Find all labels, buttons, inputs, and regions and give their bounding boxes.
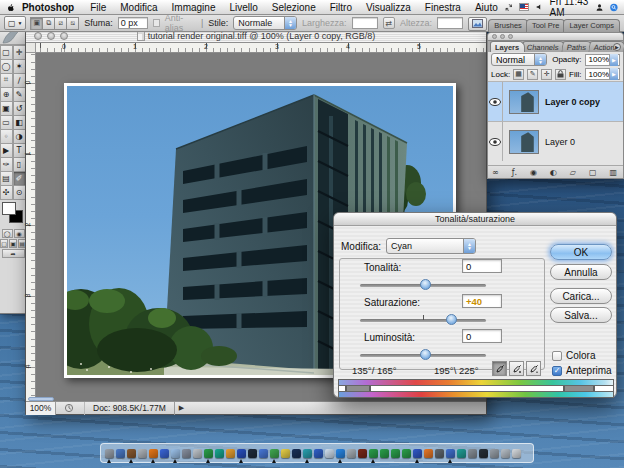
tool-magic-wand[interactable]: ✶ <box>13 59 26 74</box>
menu-file[interactable]: File <box>83 2 113 13</box>
well-tab-tool-presets[interactable]: Tool Pre <box>526 19 566 32</box>
dock-icon-34[interactable] <box>479 449 488 458</box>
dock-icon-13[interactable] <box>248 449 257 458</box>
document-size-info[interactable]: Doc: 908.5K/1.77M <box>84 402 175 415</box>
dock-icon-3[interactable] <box>138 449 147 458</box>
dock-icon-27[interactable] <box>402 449 411 458</box>
file-browser-button[interactable] <box>468 17 487 31</box>
dock-icon-23[interactable] <box>358 449 367 458</box>
dock-icon-4[interactable] <box>149 449 158 458</box>
menu-selezione[interactable]: Selezione <box>265 2 323 13</box>
well-tab-layer-comps[interactable]: Layer Comps <box>563 19 620 32</box>
menu-immagine[interactable]: Immagine <box>165 2 223 13</box>
swap-dimensions-button[interactable]: ⇄ <box>383 17 395 29</box>
dock-icon-37[interactable] <box>512 449 521 458</box>
dock-icon-18[interactable] <box>303 449 312 458</box>
tool-brush[interactable]: ✎ <box>13 87 26 102</box>
dock-icon-9[interactable] <box>204 449 213 458</box>
dock-icon-7[interactable] <box>182 449 191 458</box>
tool-hand[interactable]: ✣ <box>0 185 13 200</box>
minimize-button[interactable] <box>47 32 55 40</box>
link-layers-icon[interactable]: ∞ <box>492 168 499 177</box>
apple-menu-icon[interactable] <box>7 1 15 13</box>
lock-all-button[interactable] <box>555 69 566 80</box>
dock-icon-33[interactable] <box>468 449 477 458</box>
standard-screen-button[interactable]: ▢ <box>0 239 8 248</box>
layer-thumbnail[interactable] <box>509 90 539 114</box>
fill-field[interactable]: 100%▶ <box>585 68 620 80</box>
palette-titlebar[interactable] <box>487 32 624 40</box>
tool-eyedropper[interactable]: ✐ <box>13 171 26 186</box>
adjustment-layer-icon[interactable]: ◐ <box>550 168 557 177</box>
dock-icon-35[interactable] <box>490 449 499 458</box>
saturation-slider[interactable] <box>360 319 486 322</box>
width-input[interactable] <box>352 17 378 29</box>
load-button[interactable]: Carica... <box>550 288 612 304</box>
menu-aiuto[interactable]: Aiuto <box>468 2 505 13</box>
menu-finestra[interactable]: Finestra <box>418 2 468 13</box>
quick-mask-button[interactable]: ◉ <box>14 229 25 238</box>
save-button[interactable]: Salva... <box>550 307 612 323</box>
tool-eraser[interactable]: ▭ <box>0 115 13 130</box>
height-input[interactable] <box>437 17 463 29</box>
saturation-field[interactable]: +40 <box>462 294 502 308</box>
add-eyedropper-button[interactable] <box>509 361 524 376</box>
subtract-eyedropper-button[interactable] <box>526 361 541 376</box>
dock-icon-14[interactable] <box>259 449 268 458</box>
dock-icon-1[interactable] <box>116 449 125 458</box>
foreground-color-swatch[interactable] <box>2 202 16 215</box>
tool-notes[interactable]: ▤ <box>0 171 13 186</box>
dock-icon-22[interactable] <box>347 449 356 458</box>
hue-field[interactable]: 0 <box>462 259 502 273</box>
style-popup[interactable]: Normale▲▼ <box>233 16 297 30</box>
horizontal-ruler[interactable]: 012345 <box>36 43 486 53</box>
volume-icon[interactable] <box>536 2 543 12</box>
tool-preset-button[interactable]: ▢▼ <box>4 16 26 30</box>
dock-icon-21[interactable] <box>336 449 345 458</box>
hue-slider[interactable] <box>360 284 486 287</box>
dock-icon-17[interactable] <box>292 449 301 458</box>
dock-icon-24[interactable] <box>369 449 378 458</box>
tool-dodge[interactable]: ◑ <box>13 129 26 144</box>
user-menu-icon[interactable] <box>596 2 603 13</box>
preview-checkbox[interactable]: ✓ <box>552 366 562 376</box>
layer-style-icon[interactable]: ƒ. <box>512 168 517 177</box>
channel-popup[interactable]: Cyan▲▼ <box>386 238 476 254</box>
lock-position-button[interactable]: ✛ <box>541 69 552 80</box>
document-proxy-icon[interactable] <box>137 31 145 41</box>
full-screen-menu-button[interactable]: ▣ <box>9 239 17 248</box>
close-button[interactable] <box>34 32 42 40</box>
dock-icon-32[interactable] <box>457 449 466 458</box>
palette-minimize-button[interactable] <box>500 34 505 39</box>
visibility-toggle[interactable] <box>488 82 503 121</box>
menu-filtro[interactable]: Filtro <box>323 2 359 13</box>
visibility-toggle[interactable] <box>488 122 503 161</box>
dock-icon-36[interactable] <box>501 449 510 458</box>
menu-visualizza[interactable]: Visualizza <box>359 2 418 13</box>
dock-icon-16[interactable] <box>281 449 290 458</box>
tool-pen[interactable]: ✑ <box>0 157 13 172</box>
tool-shape[interactable]: ▯ <box>13 157 26 172</box>
tool-healing-brush[interactable]: ⊕ <box>0 87 13 102</box>
menu-livello[interactable]: Livello <box>222 2 264 13</box>
layer-thumbnail[interactable] <box>509 130 539 154</box>
tool-clone-stamp[interactable]: ▣ <box>0 101 13 116</box>
tool-crop[interactable]: ⌗ <box>0 73 13 88</box>
intersect-selection-button[interactable]: ⧅ <box>66 17 79 30</box>
dialog-titlebar[interactable]: Tonalità/saturazione <box>334 213 616 226</box>
tool-lasso[interactable]: ◯ <box>0 59 13 74</box>
dock-icon-10[interactable] <box>215 449 224 458</box>
lock-image-button[interactable]: ✎ <box>527 69 538 80</box>
lightness-field[interactable]: 0 <box>462 329 502 343</box>
well-tab-brushes[interactable]: Brushes <box>488 19 528 32</box>
zoom-button[interactable] <box>60 32 68 40</box>
dock-icon-20[interactable] <box>325 449 334 458</box>
ok-button[interactable]: OK <box>550 244 612 260</box>
anti-alias-checkbox[interactable] <box>153 19 160 27</box>
dock-icon-29[interactable] <box>424 449 433 458</box>
delete-layer-icon[interactable]: ▥ <box>609 168 617 177</box>
tab-channels[interactable]: Channels <box>521 41 565 52</box>
menu-modifica[interactable]: Modifica <box>113 2 164 13</box>
sync-menu-icon[interactable] <box>505 2 513 13</box>
spotlight-icon[interactable] <box>610 2 618 13</box>
